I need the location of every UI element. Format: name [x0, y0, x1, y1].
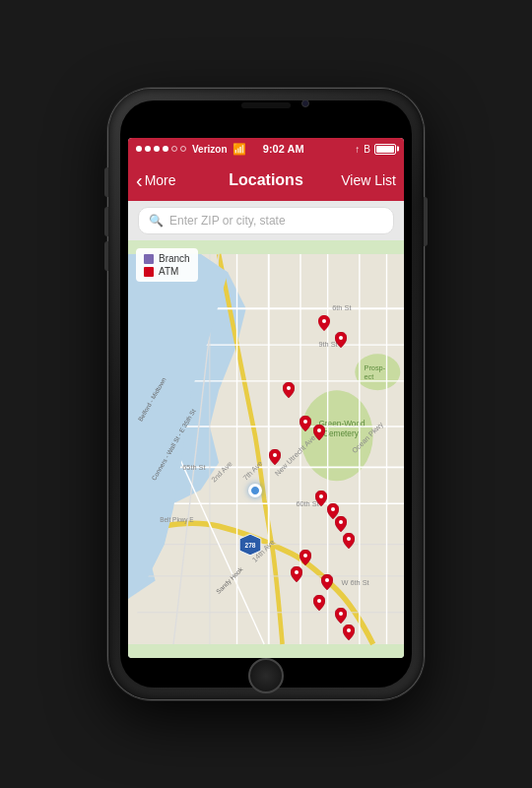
battery-fill	[376, 146, 394, 153]
pin-10[interactable]	[343, 533, 355, 549]
svg-point-42	[303, 420, 307, 424]
signal-dot-4	[163, 146, 168, 152]
map-container[interactable]: Green-Wood Cemetery Prosp- ect	[128, 240, 404, 658]
pin-2[interactable]	[335, 332, 347, 348]
pin-11[interactable]	[299, 550, 311, 565]
search-bar-container: 🔍 Enter ZIP or city, state	[128, 201, 404, 240]
svg-point-40	[339, 336, 343, 340]
pin-15[interactable]	[335, 608, 347, 624]
interstate-badge: 278	[238, 533, 262, 557]
back-label: More	[145, 172, 176, 188]
signal-dot-2	[145, 146, 151, 152]
pin-13[interactable]	[321, 574, 333, 590]
wifi-icon: 📶	[233, 143, 246, 156]
svg-point-48	[347, 537, 351, 541]
search-icon: 🔍	[149, 214, 164, 228]
home-button[interactable]	[248, 658, 284, 693]
svg-point-50	[295, 570, 299, 574]
signal-dot-5	[171, 146, 177, 152]
svg-text:Prosp-: Prosp-	[364, 363, 385, 372]
legend-label-branch: Branch	[159, 253, 190, 264]
svg-point-46	[331, 507, 335, 511]
pin-7[interactable]	[315, 491, 327, 506]
phone-frame: Verizon 📶 9:02 AM ↑ B ‹ More Lo	[108, 89, 424, 699]
svg-point-51	[325, 578, 329, 582]
pin-3[interactable]	[283, 382, 295, 398]
svg-text:278: 278	[244, 542, 255, 549]
status-time: 9:02 AM	[246, 143, 321, 155]
svg-text:6th St: 6th St	[332, 303, 351, 312]
svg-point-41	[287, 386, 291, 390]
bluetooth-icon: B	[364, 144, 370, 155]
legend-color-branch	[144, 254, 154, 264]
screen: Verizon 📶 9:02 AM ↑ B ‹ More Lo	[128, 138, 404, 658]
legend-color-atm	[144, 267, 154, 277]
nav-bar: ‹ More Locations View List	[128, 160, 404, 201]
svg-point-52	[317, 599, 321, 603]
legend-item-atm: ATM	[144, 266, 190, 277]
pin-16[interactable]	[343, 624, 355, 640]
signal-dot-1	[136, 146, 142, 152]
pin-1[interactable]	[318, 315, 330, 331]
svg-point-53	[339, 612, 343, 616]
svg-text:Belt Pkwy E: Belt Pkwy E	[160, 516, 194, 524]
svg-point-54	[347, 628, 351, 632]
search-input-wrapper[interactable]: 🔍 Enter ZIP or city, state	[138, 207, 394, 234]
search-placeholder: Enter ZIP or city, state	[169, 214, 286, 228]
svg-point-44	[273, 453, 277, 457]
svg-text:65th St: 65th St	[182, 463, 205, 472]
signal-dot-3	[154, 146, 160, 152]
svg-point-47	[339, 520, 343, 524]
svg-point-49	[303, 554, 307, 558]
pin-12[interactable]	[291, 566, 302, 582]
speaker	[241, 102, 291, 108]
status-left: Verizon 📶	[136, 143, 246, 156]
pin-6[interactable]	[269, 449, 281, 465]
status-right: ↑ B	[321, 144, 396, 155]
battery	[374, 144, 396, 155]
location-icon: ↑	[355, 144, 360, 155]
status-bar: Verizon 📶 9:02 AM ↑ B	[128, 138, 404, 160]
phone-inner: Verizon 📶 9:02 AM ↑ B ‹ More Lo	[120, 100, 412, 688]
view-list-button[interactable]: View List	[309, 172, 396, 188]
svg-point-45	[319, 494, 323, 498]
camera	[301, 99, 309, 107]
pin-5[interactable]	[313, 425, 325, 440]
svg-text:W 6th St: W 6th St	[341, 578, 368, 587]
svg-text:Cemetery: Cemetery	[323, 429, 360, 438]
pin-4[interactable]	[299, 416, 311, 431]
carrier-label: Verizon	[192, 144, 228, 155]
svg-point-43	[317, 428, 321, 432]
map-svg: Green-Wood Cemetery Prosp- ect	[128, 240, 404, 658]
back-button[interactable]: ‹ More	[136, 170, 223, 190]
pin-9[interactable]	[335, 516, 347, 532]
signal-dot-6	[180, 146, 186, 152]
legend-label-atm: ATM	[159, 266, 178, 277]
legend-item-branch: Branch	[144, 253, 190, 264]
svg-text:ect: ect	[364, 372, 373, 381]
current-location-dot	[248, 484, 262, 497]
legend: Branch ATM	[136, 248, 198, 282]
svg-point-39	[322, 319, 326, 323]
chevron-left-icon: ‹	[136, 170, 143, 190]
nav-title: Locations	[223, 171, 309, 189]
pin-14[interactable]	[313, 595, 325, 611]
